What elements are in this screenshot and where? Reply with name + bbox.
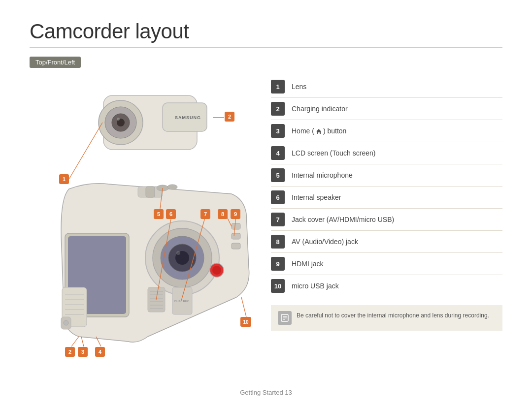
- component-label: Home () button: [292, 127, 346, 135]
- title-divider: [30, 47, 502, 48]
- component-number: 4: [271, 146, 285, 160]
- component-number: 3: [271, 124, 285, 138]
- footer: Getting Started 13: [0, 389, 532, 396]
- svg-text:8: 8: [221, 211, 224, 217]
- svg-point-33: [167, 185, 177, 189]
- svg-text:1: 1: [63, 176, 66, 182]
- component-number: 5: [271, 168, 285, 182]
- component-label: Charging indicator: [292, 105, 348, 113]
- note-text: Be careful not to cover the internal mic…: [297, 311, 489, 320]
- svg-text:SAMSUNG: SAMSUNG: [175, 115, 201, 120]
- component-label: Internal speaker: [292, 193, 341, 201]
- component-label: Jack cover (AV/HDMI/micro USB): [292, 216, 394, 223]
- component-row: 9HDMI jack: [271, 253, 502, 275]
- component-row: 3Home () button: [271, 120, 502, 142]
- component-row: 10micro USB jack: [271, 275, 502, 297]
- component-number: 9: [271, 257, 285, 271]
- component-number: 2: [271, 102, 285, 116]
- content-area: SAMSUNG 2: [30, 76, 502, 381]
- svg-line-72: [241, 297, 246, 317]
- svg-point-24: [176, 251, 180, 255]
- diagram-area: SAMSUNG 2: [30, 76, 256, 381]
- svg-line-45: [69, 123, 102, 179]
- component-label: LCD screen (Touch screen): [292, 149, 375, 157]
- svg-text:4: 4: [99, 349, 102, 355]
- note-box: Be careful not to cover the internal mic…: [271, 305, 502, 331]
- svg-rect-28: [232, 233, 240, 239]
- svg-line-63: [71, 337, 79, 346]
- component-row: 1Lens: [271, 76, 502, 98]
- page-title: Camcorder layout: [30, 20, 502, 43]
- page: Camcorder layout Top/Front/Left SAMSUNG: [0, 0, 532, 406]
- svg-rect-27: [232, 223, 240, 229]
- component-label: AV (Audio/Video) jack: [292, 238, 358, 246]
- component-label: HDMI jack: [292, 260, 324, 268]
- svg-text:DUAL REC: DUAL REC: [174, 300, 190, 303]
- component-list: 1Lens2Charging indicator3Home () button4…: [271, 76, 502, 381]
- component-row: 2Charging indicator: [271, 98, 502, 120]
- svg-text:9: 9: [234, 211, 237, 217]
- svg-rect-31: [146, 187, 155, 197]
- component-label: micro USB jack: [292, 282, 339, 290]
- component-number: 10: [271, 279, 285, 293]
- svg-text:6: 6: [169, 211, 172, 217]
- component-row: 4LCD screen (Touch screen): [271, 142, 502, 164]
- component-number: 1: [271, 80, 285, 94]
- component-row: 8AV (Audio/Video) jack: [271, 231, 502, 253]
- component-number: 8: [271, 235, 285, 249]
- note-icon: [278, 311, 292, 325]
- svg-text:5: 5: [157, 211, 160, 217]
- svg-text:2: 2: [68, 349, 71, 355]
- svg-point-5: [117, 118, 120, 121]
- component-number: 6: [271, 190, 285, 204]
- svg-point-44: [64, 320, 68, 325]
- component-row: 6Internal speaker: [271, 187, 502, 209]
- svg-point-26: [212, 266, 221, 275]
- svg-text:10: 10: [243, 319, 249, 325]
- section-badge: Top/Front/Left: [30, 57, 81, 68]
- component-row: 5Internal microphone: [271, 164, 502, 187]
- component-number: 7: [271, 213, 285, 226]
- component-label: Lens: [292, 83, 306, 91]
- component-row: 7Jack cover (AV/HDMI/micro USB): [271, 209, 502, 231]
- camcorder-diagram: SAMSUNG 2: [30, 76, 256, 381]
- svg-text:7: 7: [204, 211, 207, 217]
- svg-text:3: 3: [81, 349, 84, 355]
- component-label: Internal microphone: [292, 171, 353, 179]
- svg-rect-29: [232, 243, 240, 249]
- svg-line-66: [81, 337, 84, 346]
- svg-text:2: 2: [228, 114, 231, 120]
